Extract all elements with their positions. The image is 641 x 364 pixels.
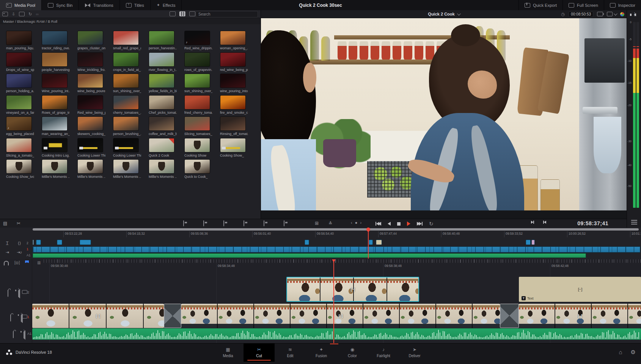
ripple-overwrite-icon[interactable] — [223, 221, 224, 226]
media-clip[interactable]: Millie's Moments ... — [149, 159, 174, 179]
loop-icon[interactable]: ↻ — [429, 221, 434, 226]
boring-detector-icon[interactable]: T̲ — [4, 240, 11, 246]
media-clip[interactable]: Cooking Intro Log... — [42, 138, 68, 157]
media-clip[interactable]: small_red_grape_c... — [113, 31, 139, 50]
media-clip[interactable]: coffee_and_milk_b... — [149, 116, 174, 136]
mini-clip[interactable] — [369, 240, 373, 245]
last-frame-button[interactable] — [417, 222, 423, 226]
color-wheel-icon[interactable] — [620, 12, 624, 16]
import-media-icon[interactable]: ⇩ — [12, 12, 15, 16]
next-edit-icon[interactable] — [531, 221, 534, 224]
media-clip[interactable]: person_brushing_... — [113, 116, 139, 136]
split-clip-icon[interactable]: ⇥ — [4, 249, 11, 255]
zoom-fit-dropdown[interactable] — [607, 12, 616, 16]
mute-audio-icon[interactable] — [24, 330, 25, 340]
media-clip[interactable]: man_pouring_liqu... — [6, 31, 32, 50]
enable-track1-icon[interactable] — [22, 315, 27, 318]
adjust-icon[interactable]: ≛ — [328, 221, 332, 226]
lock-track2-icon[interactable] — [8, 290, 8, 297]
video1-clip[interactable]: [··] — [181, 304, 500, 328]
audio-trim-icon[interactable]: ⇥♪ — [16, 249, 23, 255]
mini-clip[interactable] — [57, 240, 62, 245]
page-tab-media[interactable]: ▦Media — [212, 344, 244, 362]
mini-audio-track[interactable] — [33, 253, 586, 258]
lock-track1-icon[interactable] — [10, 314, 11, 322]
media-clip[interactable]: red_wine_being_p... — [220, 52, 246, 72]
media-clip[interactable]: yellow_fields_in_bl... — [149, 74, 174, 93]
page-tab-color[interactable]: ◉Color — [337, 344, 368, 362]
page-tab-fusion[interactable]: ✦Fusion — [306, 344, 337, 362]
media-clip[interactable]: Wine_pouring_int... — [42, 74, 68, 93]
mark-in-out-icons[interactable]: ‹ ● › — [351, 220, 362, 225]
action-quick-export[interactable]: Quick Export — [518, 0, 562, 10]
media-clip[interactable]: person_holding_a... — [6, 74, 32, 93]
media-clip[interactable]: Millie's Moments ... — [77, 159, 103, 179]
mini-track1[interactable] — [33, 246, 640, 253]
marker-range-icon[interactable]: [◎] — [14, 260, 20, 265]
toolbar-tab-media-pool[interactable]: Media Pool — [0, 0, 42, 10]
mini-clip[interactable] — [33, 240, 34, 245]
transition-clip[interactable] — [164, 304, 181, 328]
media-clip[interactable]: Millie's Moments ... — [42, 159, 68, 179]
media-clip[interactable]: grapes_cluster_on... — [77, 31, 103, 50]
media-clip[interactable]: Rinsing_off_tomat... — [220, 116, 246, 136]
close-up-icon[interactable] — [244, 221, 244, 226]
media-clip[interactable]: wine_being_poure... — [77, 74, 103, 93]
overview-playhead[interactable] — [368, 228, 369, 259]
media-clip[interactable]: Chef_picks_tomat... — [149, 95, 174, 115]
mini-clip[interactable] — [531, 240, 535, 245]
settings-icon[interactable]: ⚙ — [631, 349, 636, 356]
media-clip[interactable]: tractor_riding_ove... — [42, 31, 68, 50]
media-clip[interactable]: crops_in_field_at_... — [113, 52, 139, 72]
play-button[interactable] — [407, 221, 410, 226]
bin-selector-icon[interactable] — [2, 12, 8, 16]
filmstrip-view-icon[interactable] — [189, 11, 195, 16]
video1-clip[interactable]: [··] — [519, 304, 641, 328]
media-clip[interactable]: Cooking Show_ — [220, 138, 246, 157]
media-clip[interactable]: ♪egg_being_placed... — [6, 116, 32, 136]
transition-clip[interactable] — [500, 304, 519, 328]
razor-icon[interactable]: ✂ — [17, 221, 20, 226]
play-reverse-button[interactable] — [388, 222, 391, 226]
mini-clip[interactable] — [526, 240, 531, 245]
video1-clip[interactable]: [··] — [32, 304, 164, 328]
mute-track2-icon[interactable] — [18, 289, 20, 298]
media-clip[interactable]: person_harvestin... — [149, 31, 174, 50]
stop-button[interactable] — [397, 222, 401, 226]
lock-audio-icon[interactable] — [13, 331, 14, 338]
snap-icon[interactable] — [4, 261, 9, 265]
media-clip[interactable]: woman_opening_... — [220, 31, 246, 50]
media-clip[interactable]: Cooking Show_tvc — [6, 159, 32, 179]
media-clip[interactable]: cherry_tomatoes_... — [113, 95, 139, 115]
title-clip[interactable]: [··]TText — [519, 277, 641, 302]
media-clip[interactable]: Millie's Moments ... — [113, 159, 139, 179]
home-icon[interactable]: ⌂ — [619, 349, 622, 356]
toolbar-tab-sync-bin[interactable]: Sync Bin — [42, 0, 79, 10]
media-clip[interactable]: sun_shining_over_... — [184, 74, 210, 93]
media-clip[interactable]: rows_of_grapevin... — [184, 52, 210, 72]
media-clip[interactable]: ♪Red_wine_drippin... — [184, 31, 210, 50]
media-clip[interactable]: skewers_cooking_... — [77, 116, 103, 136]
action-inspector[interactable]: Inspector — [604, 0, 641, 10]
sync-icon[interactable]: ↻ — [28, 12, 32, 16]
page-tab-edit[interactable]: ≋Edit — [275, 344, 306, 362]
toolbar-tab-effects[interactable]: ✦Effects — [151, 0, 182, 10]
page-tab-fairlight[interactable]: ♪Fairlight — [368, 344, 399, 362]
grid-view-icon[interactable] — [179, 11, 185, 16]
action-full-screen[interactable]: Full Screen — [562, 0, 604, 10]
media-clip[interactable]: sun_shining_over_... — [113, 74, 139, 93]
media-clip[interactable]: fire_and_smoke_c... — [220, 95, 246, 115]
media-clip[interactable]: Cooking Show — [184, 138, 210, 157]
media-clip[interactable]: Red_wine_being_p... — [77, 95, 103, 115]
tools-icon[interactable]: ⊞ — [315, 221, 319, 226]
timeline-scrollbar[interactable] — [33, 228, 639, 231]
media-clip[interactable]: Quick 2 Cook — [149, 138, 174, 157]
mini-clip[interactable] — [376, 240, 382, 245]
trim-mode-icon[interactable]: ⟨⟩ — [16, 240, 23, 246]
mini-clip[interactable] — [305, 240, 309, 245]
media-clip[interactable]: Wine_trickling_fro... — [77, 52, 103, 72]
flag-icon[interactable] — [25, 260, 29, 265]
speaker-icon[interactable] — [634, 13, 636, 16]
source-timecode[interactable]: 00:08:50:53 — [569, 11, 593, 17]
media-clip[interactable]: Slicing_tomatoes_... — [184, 116, 210, 136]
